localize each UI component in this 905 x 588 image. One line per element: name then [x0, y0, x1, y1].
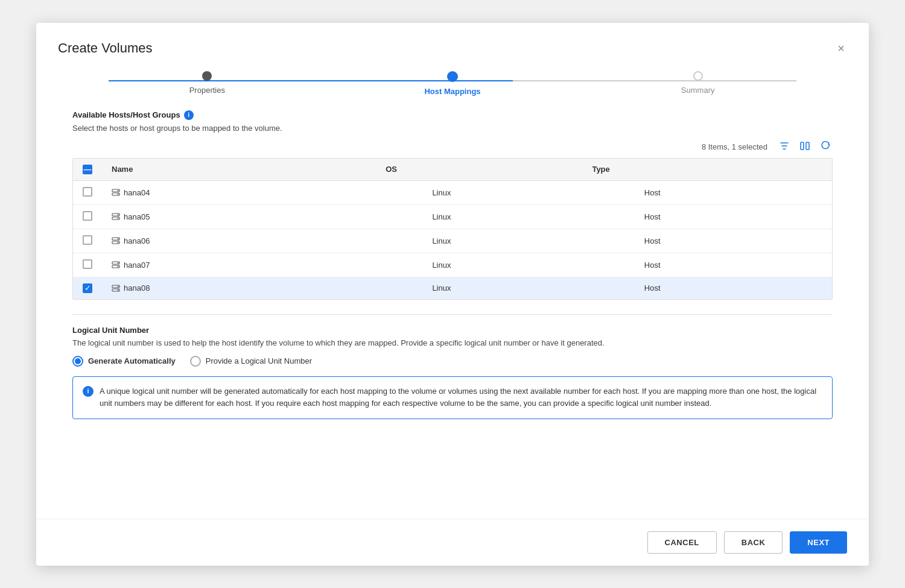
server-icon	[112, 188, 120, 197]
step-properties: Properties	[84, 71, 330, 95]
svg-point-4	[118, 190, 119, 191]
hosts-info-icon[interactable]: i	[184, 110, 194, 120]
col-type: Type	[582, 159, 832, 181]
svg-point-20	[118, 286, 119, 287]
radio-auto[interactable]: Generate Automatically	[72, 356, 176, 367]
svg-point-21	[118, 289, 119, 291]
server-icon	[112, 212, 120, 221]
radio-auto-circle[interactable]	[72, 356, 83, 367]
row-checkbox-hana05[interactable]	[83, 211, 92, 221]
dialog-content: Available Hosts/Host Groups i Select the…	[36, 110, 869, 519]
step-properties-circle	[202, 71, 212, 81]
svg-point-17	[118, 266, 119, 267]
table-controls: 8 Items, 1 selected	[72, 140, 833, 154]
radio-manual-label: Provide a Logical Unit Number	[206, 356, 312, 365]
radio-auto-label: Generate Automatically	[88, 356, 176, 365]
back-button[interactable]: BACK	[724, 531, 783, 554]
close-button[interactable]: ×	[835, 40, 847, 57]
filter-button[interactable]	[777, 140, 792, 154]
dialog-header: Create Volumes ×	[36, 23, 869, 57]
svg-point-12	[118, 238, 119, 239]
step-properties-label: Properties	[189, 86, 225, 95]
create-volumes-dialog: Create Volumes × Properties Host Mapping…	[36, 23, 869, 566]
refresh-button[interactable]	[818, 140, 833, 154]
row-checkbox-hana08[interactable]: ✓	[83, 283, 92, 293]
cancel-button[interactable]: CANCEL	[647, 531, 717, 554]
row-name-hana08: hana08	[102, 277, 422, 299]
dialog-footer: CANCEL BACK NEXT	[36, 519, 869, 566]
dialog-title: Create Volumes	[58, 40, 153, 56]
lun-title: Logical Unit Number	[72, 326, 833, 335]
svg-point-9	[118, 218, 119, 219]
svg-point-16	[118, 262, 119, 264]
row-name-hana07: hana07	[102, 253, 422, 277]
select-all-checkbox[interactable]: —	[83, 165, 92, 174]
server-icon	[112, 261, 120, 269]
row-type-hana08: Host	[635, 277, 832, 299]
table-row[interactable]: hana06 LinuxHost	[73, 229, 832, 253]
row-os-hana06: Linux	[422, 229, 634, 253]
radio-manual[interactable]: Provide a Logical Unit Number	[190, 356, 312, 367]
row-name-hana04: hana04	[102, 181, 422, 205]
lun-info-icon: i	[83, 386, 94, 397]
next-button[interactable]: NEXT	[790, 531, 847, 554]
row-os-hana07: Linux	[422, 253, 634, 277]
lun-info-box: i A unique logical unit number will be g…	[72, 376, 833, 420]
step-summary-label: Summary	[681, 86, 715, 95]
step-summary: Summary	[575, 71, 821, 95]
stepper: Properties Host Mappings Summary	[36, 57, 869, 96]
table-row[interactable]: hana07 LinuxHost	[73, 253, 832, 277]
svg-point-8	[118, 214, 119, 215]
hosts-section-title: Available Hosts/Host Groups i	[72, 110, 833, 120]
row-type-hana06: Host	[635, 229, 832, 253]
row-checkbox-hana04[interactable]	[83, 187, 92, 197]
row-type-hana05: Host	[635, 204, 832, 229]
items-count: 8 Items, 1 selected	[702, 142, 767, 151]
table-row[interactable]: hana04 LinuxHost	[73, 181, 832, 205]
col-name: Name	[102, 159, 376, 181]
step-host-mappings-circle	[447, 71, 458, 82]
hosts-table: — Name OS Type hana04 Linu	[72, 158, 833, 300]
row-checkbox-hana07[interactable]	[83, 259, 92, 269]
columns-button[interactable]	[798, 140, 812, 154]
svg-rect-0	[801, 142, 804, 150]
step-host-mappings: Host Mappings	[330, 71, 576, 96]
row-type-hana07: Host	[635, 253, 832, 277]
section-divider	[72, 314, 833, 315]
svg-rect-1	[806, 142, 809, 150]
table-header-row: — Name OS Type	[73, 159, 832, 181]
row-name-hana05: hana05	[102, 204, 422, 229]
lun-radio-group: Generate Automatically Provide a Logical…	[72, 356, 833, 367]
lun-info-text: A unique logical unit number will be gen…	[100, 385, 822, 411]
step-summary-circle	[693, 71, 703, 81]
row-os-hana05: Linux	[422, 204, 634, 229]
row-name-hana06: hana06	[102, 229, 422, 253]
lun-description: The logical unit number is used to help …	[72, 338, 833, 347]
select-all-header[interactable]: —	[73, 159, 102, 181]
radio-manual-circle[interactable]	[190, 356, 201, 367]
row-os-hana04: Linux	[422, 181, 634, 205]
row-os-hana08: Linux	[422, 277, 634, 299]
table-scroll-area[interactable]: hana04 LinuxHost hana05 LinuxHost hana06…	[73, 181, 832, 299]
svg-point-13	[118, 242, 119, 243]
table-row[interactable]: hana05 LinuxHost	[73, 204, 832, 229]
server-icon	[112, 236, 120, 245]
lun-section: Logical Unit Number The logical unit num…	[72, 326, 833, 420]
row-checkbox-hana06[interactable]	[83, 235, 92, 245]
svg-point-5	[118, 194, 119, 195]
server-icon	[112, 284, 120, 292]
hosts-section-description: Select the hosts or host groups to be ma…	[72, 124, 833, 133]
step-host-mappings-label: Host Mappings	[424, 87, 480, 96]
row-type-hana04: Host	[635, 181, 832, 205]
col-os: OS	[376, 159, 582, 181]
table-row[interactable]: ✓ hana08 LinuxHost	[73, 277, 832, 299]
